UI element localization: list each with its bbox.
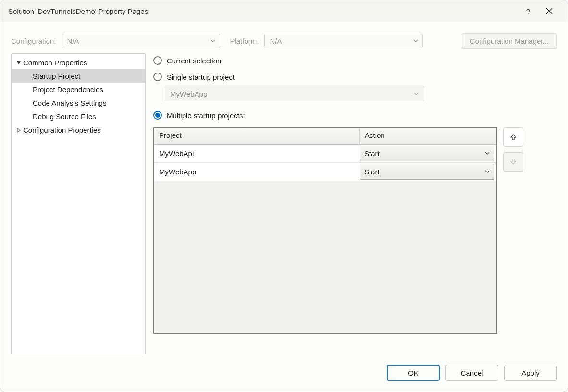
radio-current-selection[interactable]: Current selection <box>153 56 557 65</box>
column-header-action[interactable]: Action <box>360 128 496 144</box>
tree-node-startup-project[interactable]: Startup Project <box>12 69 145 83</box>
column-header-project[interactable]: Project <box>154 128 360 144</box>
tree-node-project-dependencies[interactable]: Project Dependencies <box>12 83 145 96</box>
apply-button[interactable]: Apply <box>504 365 557 381</box>
tree-node-label: Project Dependencies <box>33 86 103 94</box>
radio-label: Current selection <box>167 57 221 65</box>
expand-collapse-icon[interactable] <box>14 126 23 134</box>
platform-dropdown[interactable]: N/A <box>264 34 423 48</box>
radio-single-startup[interactable]: Single startup project <box>153 73 557 81</box>
chevron-down-icon <box>484 149 490 158</box>
radio-icon <box>153 56 162 65</box>
radio-icon <box>153 111 162 120</box>
window-title: Solution 'DevTunnelsDemo' Property Pages <box>8 7 518 15</box>
help-button[interactable]: ? <box>518 0 539 22</box>
chevron-down-icon <box>210 37 216 45</box>
multiple-startup-area: Project Action MyWebApi Start MyWebApp <box>153 127 557 334</box>
grid-header: Project Action <box>154 128 496 145</box>
single-startup-value: MyWebApp <box>170 90 207 98</box>
platform-value: N/A <box>270 37 282 45</box>
tree-node-configuration-properties[interactable]: Configuration Properties <box>12 123 145 136</box>
titlebar: Solution 'DevTunnelsDemo' Property Pages… <box>0 0 568 22</box>
startup-projects-grid[interactable]: Project Action MyWebApi Start MyWebApp <box>153 127 497 334</box>
radio-icon <box>153 73 162 81</box>
tree-node-label: Code Analysis Settings <box>33 99 106 107</box>
chevron-down-icon <box>413 37 419 45</box>
close-button[interactable] <box>539 0 560 22</box>
configuration-row: Configuration: N/A Platform: N/A Configu… <box>0 22 568 53</box>
radio-label: Single startup project <box>167 73 235 81</box>
action-dropdown[interactable]: Start <box>360 146 494 161</box>
close-icon <box>546 8 553 14</box>
tree-node-code-analysis-settings[interactable]: Code Analysis Settings <box>12 96 145 110</box>
configuration-value: N/A <box>67 37 79 45</box>
action-value: Start <box>364 168 380 176</box>
expand-collapse-icon[interactable] <box>14 59 23 67</box>
configuration-label: Configuration: <box>11 37 56 45</box>
configuration-manager-button[interactable]: Configuration Manager... <box>462 33 557 49</box>
radio-multiple-startup[interactable]: Multiple startup projects: <box>153 111 557 120</box>
property-pages-dialog: Solution 'DevTunnelsDemo' Property Pages… <box>0 0 568 392</box>
tree-node-label: Debug Source Files <box>33 112 96 121</box>
grid-row[interactable]: MyWebApi Start <box>154 145 496 163</box>
cell-project: MyWebApi <box>154 145 360 162</box>
move-down-button[interactable] <box>503 152 523 172</box>
tree-node-label: Startup Project <box>33 72 80 80</box>
ok-button[interactable]: OK <box>387 365 440 381</box>
tree-node-debug-source-files[interactable]: Debug Source Files <box>12 110 145 123</box>
startup-project-pane: Current selection Single startup project… <box>153 53 557 357</box>
chevron-down-icon <box>484 168 490 176</box>
dialog-footer: OK Cancel Apply <box>0 357 568 392</box>
move-buttons <box>503 127 523 334</box>
move-up-button[interactable] <box>503 127 523 147</box>
action-value: Start <box>364 149 380 158</box>
chevron-down-icon <box>413 90 419 98</box>
single-startup-dropdown[interactable]: MyWebApp <box>165 86 424 101</box>
action-dropdown[interactable]: Start <box>360 164 494 180</box>
arrow-down-icon <box>510 159 517 165</box>
body-area: Common Properties Startup Project Projec… <box>0 53 568 357</box>
cancel-button[interactable]: Cancel <box>445 365 498 381</box>
tree-node-label: Common Properties <box>23 59 87 67</box>
arrow-up-icon <box>510 134 517 140</box>
platform-label: Platform: <box>230 37 259 45</box>
nav-tree[interactable]: Common Properties Startup Project Projec… <box>11 53 146 354</box>
cell-project: MyWebApp <box>154 163 360 181</box>
grid-row[interactable]: MyWebApp Start <box>154 163 496 181</box>
tree-node-label: Configuration Properties <box>23 126 101 134</box>
tree-node-common-properties[interactable]: Common Properties <box>12 56 145 69</box>
configuration-dropdown[interactable]: N/A <box>62 34 220 48</box>
radio-label: Multiple startup projects: <box>167 111 245 120</box>
